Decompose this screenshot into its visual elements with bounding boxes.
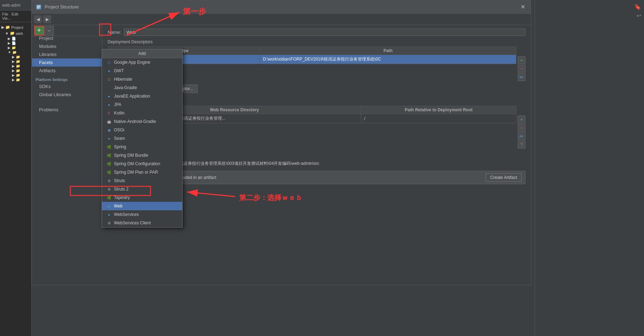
dialog-body: Project Settings Project Modules Librari… bbox=[32, 25, 531, 285]
web-resource-side-buttons: + − ✏ ? bbox=[518, 106, 525, 149]
tree-item-2[interactable]: ▶📄 bbox=[8, 41, 30, 45]
add-facet-button[interactable]: + bbox=[34, 26, 44, 36]
menu-item-spring-dm-bundle[interactable]: 🌿 Spring DM Bundle bbox=[102, 151, 182, 160]
spring-dm-bundle-icon: 🌿 bbox=[106, 153, 112, 158]
menu-item-osgi[interactable]: ◉ OSGi bbox=[102, 126, 182, 134]
menu-item-native-android[interactable]: 🤖 Native-Android-Gradle bbox=[102, 117, 182, 126]
webservices-client-icon: ⚙ bbox=[106, 220, 112, 226]
project-tree: ▶ 📁 Project ▼ 📁 web ▶📄 ▶📄 ▶📁 ▼📁 ▶📁 ▶📁 ▶📁… bbox=[0, 22, 31, 84]
create-artifact-button[interactable]: Create Artifact bbox=[486, 173, 522, 182]
sidebar: Project Settings Project Modules Librari… bbox=[32, 25, 102, 117]
menu-item-web[interactable]: ● Web bbox=[102, 202, 182, 210]
project-structure-dialog: Project Structure ✕ ◀ ▶ Project Settings… bbox=[32, 0, 531, 285]
platform-settings-header: Platform Settings bbox=[32, 75, 102, 82]
dialog-toolbar: ◀ ▶ bbox=[32, 14, 531, 25]
menu-item-webservices[interactable]: ● WebServices bbox=[102, 210, 182, 219]
menu-item-spring[interactable]: 🌿 Spring bbox=[102, 143, 182, 151]
name-row: Name: bbox=[108, 29, 525, 36]
left-panel-wrapper: Project Settings Project Modules Librari… bbox=[32, 25, 102, 285]
file-menu[interactable]: File bbox=[2, 12, 8, 16]
forward-button[interactable]: ▶ bbox=[43, 15, 51, 23]
close-button[interactable]: ✕ bbox=[518, 3, 527, 11]
sidebar-item-problems[interactable]: Problems bbox=[32, 106, 102, 114]
svg-rect-1 bbox=[37, 6, 40, 6]
tree-sub: ▶📁 ▶📁 ▶📁 ▶📁 ▶📁 ▶📁 bbox=[8, 55, 30, 82]
java-gradle-icon bbox=[106, 85, 112, 91]
path-col-header: Path bbox=[260, 47, 516, 55]
sidebar-item-artifacts[interactable]: Artifacts bbox=[32, 67, 102, 75]
javaee-icon: ● bbox=[106, 93, 112, 99]
struts-icon: ⚙ bbox=[106, 178, 112, 183]
tree-item-3[interactable]: ▶📁 bbox=[8, 45, 30, 50]
ide-right-panel: 🔖 ↩ bbox=[535, 0, 644, 336]
sidebar-item-modules[interactable]: Modules bbox=[32, 42, 102, 50]
web-icon: ● bbox=[106, 203, 112, 209]
tree-item-7[interactable]: ▶📁 bbox=[12, 64, 30, 68]
edit-menu[interactable]: Edit bbox=[12, 12, 18, 16]
spring-icon: 🌿 bbox=[106, 144, 112, 150]
sidebar-item-global-libraries[interactable]: Global Libraries bbox=[32, 91, 102, 99]
jpa-icon: ● bbox=[106, 102, 112, 107]
ide-label: web-admi bbox=[2, 3, 20, 8]
remove-facet-button[interactable]: − bbox=[44, 26, 54, 36]
problems-section: Problems bbox=[32, 106, 102, 114]
view-menu[interactable]: Vie... bbox=[2, 16, 11, 20]
menu-item-google-app-engine[interactable]: ⬡ Google App Engine bbox=[102, 58, 182, 67]
menu-item-spring-dm-plan[interactable]: 🌿 Spring DM Plan or PAR bbox=[102, 168, 182, 176]
add-menu-dropdown: Add ⬡ Google App Engine ● GWT ⬡ Hibernat… bbox=[102, 49, 183, 228]
web-node[interactable]: ▼ 📁 web bbox=[1, 30, 30, 36]
edit-web-resource-button[interactable]: ✏ bbox=[518, 132, 525, 140]
native-android-icon: 🤖 bbox=[106, 119, 112, 124]
table-cell-path: D:\work\xidian\FORP_DEV2019\联讯证券投行业务管理系统… bbox=[260, 55, 516, 64]
back-button[interactable]: ◀ bbox=[34, 15, 42, 23]
menu-item-java-gradle[interactable]: Java-Gradle bbox=[102, 83, 182, 92]
remove-web-resource-button[interactable]: − bbox=[518, 124, 525, 132]
web-resource-path-header: Path Relative to Deployment Root bbox=[361, 106, 516, 114]
edit-deployment-button[interactable]: ✏ bbox=[518, 73, 525, 81]
ide-menu-bar[interactable]: File Edit Vie... bbox=[0, 11, 31, 22]
add-deployment-button[interactable]: + bbox=[518, 56, 525, 64]
remove-deployment-button[interactable]: − bbox=[518, 65, 525, 73]
deployment-descriptors-title: Deployment Descriptors bbox=[108, 39, 525, 44]
add-web-resource-button[interactable]: + bbox=[518, 116, 525, 123]
tree-item-8[interactable]: ▶📁 bbox=[12, 68, 30, 73]
bookmark-icon[interactable]: 🔖 bbox=[634, 4, 641, 10]
menu-item-tapestry[interactable]: 🌿 Tapestry bbox=[102, 193, 182, 202]
menu-item-struts2[interactable]: ⚙ Struts 2 bbox=[102, 185, 182, 193]
project-node[interactable]: ▶ 📁 Project bbox=[1, 24, 30, 30]
web-children: ▶📄 ▶📄 ▶📁 ▼📁 ▶📁 ▶📁 ▶📁 ▶📁 ▶📁 ▶📁 bbox=[1, 36, 30, 82]
menu-item-webservices-client[interactable]: ⚙ WebServices Client bbox=[102, 219, 182, 227]
name-label: Name: bbox=[108, 30, 121, 35]
spring-dm-plan-icon: 🌿 bbox=[106, 169, 112, 175]
sidebar-item-sdks[interactable]: SDKs bbox=[32, 82, 102, 91]
deployment-side-buttons: + − ✏ bbox=[518, 46, 525, 81]
name-input[interactable] bbox=[124, 29, 525, 36]
spring-dm-config-icon: 🌿 bbox=[106, 161, 112, 167]
menu-item-spring-dm-config[interactable]: 🌿 Spring DM Configuration bbox=[102, 160, 182, 168]
dialog-icon bbox=[36, 4, 42, 10]
tree-item-1[interactable]: ▶📄 bbox=[8, 36, 30, 41]
tapestry-icon: 🌿 bbox=[106, 195, 112, 200]
tree-item-5[interactable]: ▶📁 bbox=[12, 55, 30, 59]
google-app-engine-icon: ⬡ bbox=[106, 60, 112, 65]
tree-item-4[interactable]: ▼📁 bbox=[8, 50, 30, 55]
help-web-resource-button[interactable]: ? bbox=[518, 141, 525, 149]
menu-item-javaee[interactable]: ● JavaEE Application bbox=[102, 92, 182, 100]
sidebar-item-libraries[interactable]: Libraries bbox=[32, 50, 102, 58]
tree-item-9[interactable]: ▶📁 bbox=[12, 73, 30, 77]
tree-item-10[interactable]: ▶📁 bbox=[12, 77, 30, 82]
menu-item-seam[interactable]: ● Seam bbox=[102, 134, 182, 143]
menu-item-struts[interactable]: ⚙ Struts bbox=[102, 176, 182, 185]
menu-item-kotlin[interactable]: K Kotlin bbox=[102, 109, 182, 117]
webservices-icon: ● bbox=[106, 212, 112, 217]
menu-item-jpa[interactable]: ● JPA bbox=[102, 100, 182, 109]
menu-item-hibernate[interactable]: ⬡ Hibernate bbox=[102, 75, 182, 83]
dialog-titlebar: Project Structure ✕ bbox=[32, 0, 531, 14]
add-menu-header: Add bbox=[102, 49, 182, 58]
menu-item-gwt[interactable]: ● GWT bbox=[102, 67, 182, 75]
svg-rect-2 bbox=[37, 7, 40, 7]
sidebar-item-facets[interactable]: Facets bbox=[32, 58, 102, 67]
undo-icon[interactable]: ↩ bbox=[637, 12, 641, 19]
gwt-icon: ● bbox=[106, 68, 112, 74]
tree-item-6[interactable]: ▶📁 bbox=[12, 59, 30, 64]
